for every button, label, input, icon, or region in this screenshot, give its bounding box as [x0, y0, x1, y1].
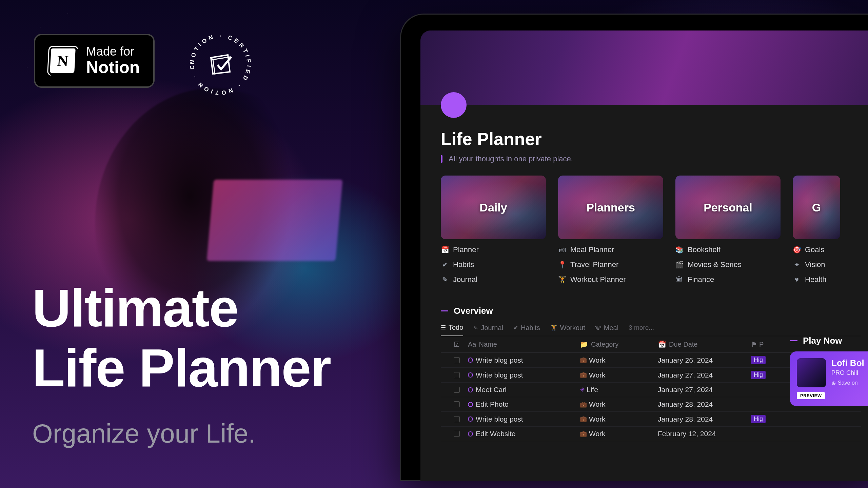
view-tab[interactable]: 🏋Workout	[550, 324, 585, 336]
page-icon[interactable]	[441, 92, 467, 118]
category-icon: 💼	[580, 371, 587, 379]
category-column-header[interactable]: Category	[591, 341, 618, 348]
tab-label: Journal	[481, 324, 503, 332]
section-link[interactable]: 🍽Meal Planner	[558, 244, 663, 256]
row-due-date: January 28, 2024	[658, 400, 713, 408]
view-tab[interactable]: 🍽Meal	[595, 324, 618, 336]
heading-accent-icon	[441, 310, 448, 311]
page-subtitle: All your thoughts in one private place.	[449, 155, 573, 163]
row-checkbox[interactable]	[454, 372, 460, 378]
tab-label: Meal	[604, 324, 618, 332]
category-icon: 💼	[580, 430, 587, 438]
status-ring-icon[interactable]	[468, 358, 473, 363]
link-icon: 📅	[441, 246, 449, 254]
link-label: Vision	[805, 260, 825, 269]
link-icon: 🎯	[793, 246, 801, 254]
badge-line2: Notion	[86, 58, 140, 77]
link-icon: 🎬	[675, 261, 684, 269]
tab-icon: ✔	[513, 324, 518, 331]
due-column-header[interactable]: Due Date	[669, 341, 698, 348]
section-link[interactable]: ✎Journal	[441, 274, 546, 285]
section-cards-row: Daily📅Planner✔Habits✎JournalPlanners🍽Mea…	[441, 176, 861, 285]
row-name: Write blog post	[476, 356, 523, 364]
section-link[interactable]: ♥Health	[793, 274, 840, 285]
more-tabs-button[interactable]: 3 more...	[629, 324, 654, 331]
link-label: Journal	[453, 275, 477, 284]
cover-image[interactable]	[420, 30, 868, 105]
row-due-date: February 12, 2024	[658, 430, 716, 438]
section-card[interactable]: Daily	[441, 176, 546, 239]
plus-icon: ⊕	[831, 380, 836, 386]
section-link[interactable]: 🏛Finance	[675, 274, 781, 285]
track-subtitle: PRO Chill	[831, 369, 864, 377]
row-due-date: January 27, 2024	[658, 386, 713, 394]
status-ring-icon[interactable]	[468, 416, 473, 422]
section-link[interactable]: 🎯Goals	[793, 244, 840, 256]
status-ring-icon[interactable]	[468, 372, 473, 378]
tab-icon: 🏋	[550, 324, 557, 331]
row-checkbox[interactable]	[454, 416, 460, 422]
name-column-header[interactable]: Name	[479, 341, 497, 348]
priority-column-header[interactable]: P	[759, 341, 764, 348]
section-column: Personal📚Bookshelf🎬Movies & Series🏛Finan…	[675, 176, 781, 285]
save-button[interactable]: ⊕ Save on	[831, 380, 864, 386]
table-row[interactable]: Write blog post 💼Work January 28, 2024 H…	[441, 412, 861, 427]
row-category: Work	[589, 356, 606, 364]
status-ring-icon[interactable]	[468, 387, 473, 392]
heading-accent-icon	[790, 340, 797, 341]
tablet-frame: Life Planner All your thoughts in one pr…	[400, 14, 868, 481]
row-checkbox[interactable]	[454, 431, 460, 437]
row-category: Life	[587, 386, 598, 394]
link-label: Planner	[453, 245, 479, 254]
made-for-notion-badge: N Made for Notion	[34, 34, 155, 88]
link-icon: 📍	[558, 261, 566, 269]
section-link[interactable]: ✔Habits	[441, 259, 546, 270]
section-column: Planners🍽Meal Planner📍Travel Planner🏋Wor…	[558, 176, 663, 285]
section-link[interactable]: 📍Travel Planner	[558, 259, 663, 270]
category-icon: 💼	[580, 415, 587, 423]
row-category: Work	[589, 430, 606, 438]
row-checkbox[interactable]	[454, 387, 460, 393]
music-player-card[interactable]: Lofi Bol PRO Chill ⊕ Save on PREVIEW	[790, 351, 868, 406]
link-icon: 🏋	[558, 276, 566, 284]
view-tab[interactable]: ✔Habits	[513, 324, 540, 336]
row-name: Write blog post	[476, 371, 523, 379]
view-tabs: ☰Todo✎Journal✔Habits🏋Workout🍽Meal3 more.…	[441, 324, 861, 336]
page-title[interactable]: Life Planner	[441, 129, 861, 149]
section-link[interactable]: 📚Bookshelf	[675, 244, 781, 256]
status-ring-icon[interactable]	[468, 402, 473, 407]
link-icon: ✦	[793, 261, 801, 269]
row-category: Work	[589, 415, 606, 423]
section-card[interactable]: Planners	[558, 176, 663, 239]
section-link[interactable]: ✦Vision	[793, 259, 840, 270]
hero-tagline: Organize your Life.	[32, 418, 331, 449]
row-checkbox[interactable]	[454, 357, 460, 363]
link-icon: ✎	[441, 276, 449, 284]
due-column-icon: 📅	[658, 340, 666, 348]
section-link[interactable]: 🏋Workout Planner	[558, 274, 663, 285]
row-checkbox[interactable]	[454, 401, 460, 407]
section-column: G🎯Goals✦Vision♥Health	[793, 176, 840, 285]
status-ring-icon[interactable]	[468, 431, 473, 436]
table-row[interactable]: Edit Website 💼Work February 12, 2024	[441, 427, 861, 441]
row-category: Work	[589, 371, 606, 379]
view-tab[interactable]: ✎Journal	[473, 324, 503, 336]
background-monitor-glow	[207, 180, 343, 261]
section-link[interactable]: 🎬Movies & Series	[675, 259, 781, 270]
row-due-date: January 27, 2024	[658, 371, 713, 379]
row-name: Edit Photo	[476, 400, 509, 408]
view-tab[interactable]: ☰Todo	[441, 324, 463, 336]
tab-icon: 🍽	[595, 325, 601, 331]
section-card[interactable]: G	[793, 176, 840, 239]
section-link[interactable]: 📅Planner	[441, 244, 546, 256]
link-icon: 📚	[675, 246, 684, 254]
link-label: Health	[805, 275, 827, 284]
badge-line1: Made for	[86, 45, 140, 58]
svg-text:NOTION · CERTIFIED · NOTION · : NOTION · CERTIFIED · NOTION · CERTIFIED …	[186, 30, 252, 96]
hero-text: Ultimate Life Planner Organize your Life…	[32, 278, 331, 449]
tab-icon: ☰	[441, 324, 446, 331]
section-card[interactable]: Personal	[675, 176, 781, 239]
hero-line1: Ultimate	[32, 278, 238, 338]
name-column-icon: Aa	[468, 341, 476, 348]
tab-label: Workout	[560, 324, 585, 332]
